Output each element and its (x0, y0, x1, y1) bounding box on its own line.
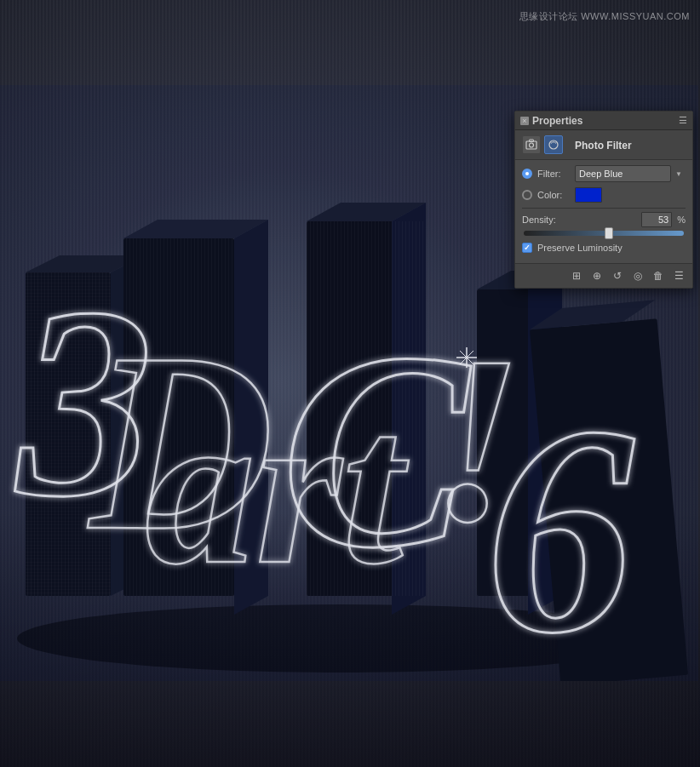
panel-close-button[interactable]: × (520, 117, 529, 125)
density-label: Density: (522, 215, 565, 225)
preserve-luminosity-row: Preserve Luminosity (522, 243, 686, 253)
color-swatch[interactable] (575, 187, 602, 203)
properties-panel: × Properties ☰ Photo Filter (514, 111, 693, 289)
watermark: 思缘设计论坛 WWW.MISSYUAN.COM (519, 10, 690, 23)
panel-section-title: Photo Filter (566, 135, 640, 155)
filter-label: Filter: (537, 169, 570, 179)
toolbar-link-icon[interactable]: ⊕ (588, 267, 605, 284)
density-row: Density: 53 % (522, 212, 686, 227)
toolbar-layer-icon[interactable]: ⊞ (568, 267, 585, 284)
panel-menu-button[interactable]: ☰ (679, 115, 687, 126)
density-value[interactable]: 53 (641, 212, 672, 227)
panel-title-left: × Properties (520, 115, 582, 127)
filter-row: Filter: Warming Filter (85)Warming Filte… (522, 165, 686, 182)
color-radio[interactable] (522, 190, 532, 200)
panel-icon-adjustment[interactable] (544, 135, 563, 154)
divider-1 (522, 208, 686, 209)
density-slider-row (522, 231, 686, 236)
density-slider-track[interactable] (524, 231, 684, 236)
filter-dropdown[interactable]: Warming Filter (85)Warming Filter (LBA)C… (575, 165, 671, 182)
color-label: Color: (537, 190, 570, 200)
toolbar-delete-icon[interactable]: 🗑 (650, 267, 667, 284)
color-row: Color: (522, 187, 686, 203)
svg-rect-24 (526, 141, 536, 149)
toolbar-menu-icon[interactable]: ☰ (670, 267, 687, 284)
panel-icon-camera[interactable] (522, 135, 541, 154)
panel-icons-bar: Photo Filter (515, 130, 692, 160)
density-pct: % (677, 215, 686, 225)
preserve-luminosity-label: Preserve Luminosity (537, 243, 623, 253)
panel-title-text: Properties (532, 115, 582, 127)
svg-rect-26 (530, 140, 534, 142)
preserve-luminosity-checkbox[interactable] (522, 243, 532, 253)
toolbar-reset-icon[interactable]: ↺ (609, 267, 626, 284)
panel-bottom-toolbar: ⊞ ⊕ ↺ ◎ 🗑 ☰ (515, 263, 692, 288)
panel-body: Filter: Warming Filter (85)Warming Filte… (515, 160, 692, 263)
filter-radio[interactable] (522, 169, 532, 179)
density-slider-thumb[interactable] (605, 227, 613, 239)
toolbar-visibility-icon[interactable]: ◎ (629, 267, 646, 284)
svg-point-25 (530, 143, 534, 147)
filter-select-wrapper: Warming Filter (85)Warming Filter (LBA)C… (575, 165, 686, 182)
panel-titlebar: × Properties ☰ (515, 112, 692, 130)
